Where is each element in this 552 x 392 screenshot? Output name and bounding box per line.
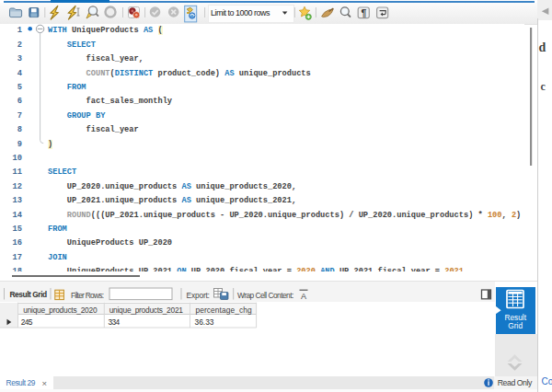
svg-text:A: A (301, 292, 306, 301)
